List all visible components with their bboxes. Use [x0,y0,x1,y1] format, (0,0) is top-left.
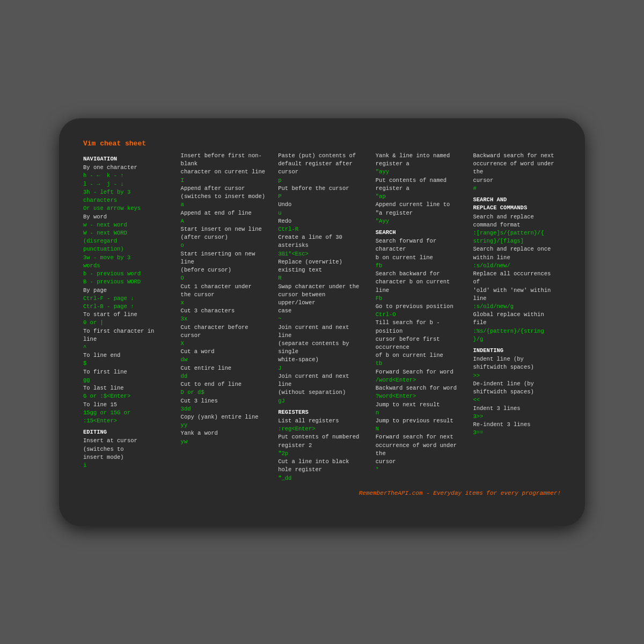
indent-out-desc: De-indent line (byshiftwidth spaces) [473,380,533,395]
edit-newline-before: Start inserting on new line(before curso… [181,251,255,273]
edit-header: EDITING [83,428,171,436]
nav-gg-cmd: gg [83,377,90,383]
nav-header: NAVIGATION [83,155,171,163]
edit-tilde-cmd: ~ [278,316,281,322]
edit-redo-desc: Redo [278,218,291,224]
edit-X-cmd: X [181,340,184,347]
indent-out-cmd: << [473,397,480,403]
reg-Ayy-cmd: "Ayy [376,218,389,224]
search-bwd-word-cmd: ?word<Enter> [376,393,416,399]
nav-start-of-line: To start of line [83,311,137,318]
edit-paste-desc: Paste (put) contents ofdefault register … [278,152,356,175]
edit-cut-eol-desc: Cut to end of line [181,381,241,387]
replace-once-desc: Search and replace oncewithin line [473,246,551,260]
content-grid: NAVIGATION By one character h - ← k - ↑l… [83,152,561,482]
reg-list-cmd: :reg<Enter> [278,426,315,432]
replace-global-cmd: :%s/{pattern}/{string}/g [473,328,544,342]
column-2: Insert before first non-blankcharacter o… [181,152,269,482]
search-n-cmd: n [376,409,379,416]
nav-line15: To line 15 [83,401,117,408]
mousepad: Vim cheat sheet NAVIGATION By one charac… [59,118,585,526]
edit-P-cmd: P [278,193,281,200]
replace-global-desc: Global replace within file [473,311,544,326]
search-fwd-next-desc: Forward search for nextoccurrence of wor… [376,434,457,465]
search-star-cmd: * [376,466,379,473]
replace-all-cmd: :s/old/new/g [473,303,514,310]
reindent-3-desc: Re-indent 3 lines [473,421,530,428]
edit-i-cmd: i [83,462,86,469]
search-Fb-cmd: Fb [376,295,383,302]
edit-yank-word-desc: Yank a word [181,430,218,436]
nav-page-cmds: Ctrl-F - page ↓Ctrl-B - page ↑ [83,295,134,310]
edit-yank-line-desc: Copy (yank) entire line [181,414,259,420]
search-fwd-word-cmd: /word<Enter> [376,377,416,383]
edit-insert-desc: Insert at cursor (switches toinsert mode… [83,437,137,460]
edit-put-before-desc: Put before the cursor [278,185,349,192]
nav-word-cmds: w - next wordW - next WORD(disregardpunc… [83,222,141,286]
search-prev-desc: Jump to previous result [376,418,453,424]
edit-append-desc: Append after cursor(switches to insert m… [181,185,266,200]
search-bwd-next-desc: Backward search for nextoccurrence of wo… [473,152,554,184]
edit-yy-cmd: yy [181,422,188,428]
indent-3-cmd: 3>> [473,413,483,420]
edit-gJ-cmd: gJ [278,398,285,404]
nav-dollar-cmd: $ [83,360,86,367]
search-till-desc: Till search for b - positioncursor befor… [376,319,443,358]
edit-o-cmd: o [181,242,184,248]
indent-3-desc: Indent 3 lines [473,405,520,412]
reg-put2-cmd: "2p [278,450,288,457]
reg-blackhole-desc: Cut a line into blackhole register [278,458,349,473]
column-1: NAVIGATION By one character h - ← k - ↑l… [83,152,171,482]
edit-cut-before-desc: Cut character before cursor [181,324,248,339]
search-next-desc: Jump to next result [376,401,440,408]
replace-all-desc: Replace all occurrences of'old' with 'ne… [473,270,551,302]
indent-in-desc: Indent line (byshiftwidth spaces) [473,356,533,370]
replace-format-cmd: :[range]s/{pattern}/{string}/[flags] [473,230,544,244]
indent-in-cmd: >> [473,372,480,379]
reg-ap-cmd: "ap [376,193,386,200]
search-ctrlo-cmd: Ctrl-O [376,311,396,318]
edit-I-cmd: I [181,177,184,184]
reindent-3-cmd: 3== [473,429,483,436]
edit-D-cmd: D or d$ [181,389,204,396]
edit-cut-line-desc: Cut entire line [181,365,232,371]
edit-undo-desc: Undo [278,201,291,208]
search-N-cmd: N [376,426,379,432]
footer-text: RememberTheAPI.com - Everyday items for … [83,490,561,496]
edit-x-cmd: x [181,299,184,306]
reg-list-desc: List all registers [278,418,339,424]
nav-by-word: By word [83,214,107,220]
search-fb-cmd: fb [376,262,383,269]
edit-cut1-desc: Cut 1 character underthe cursor [181,283,252,298]
replace-once-cmd: :s/old/new/ [473,262,510,269]
edit-cut-word-desc: Cut a word [181,348,215,355]
reg-put-named-desc: Put contents of namedregister a [376,177,447,192]
search-fwd-char-desc: Search forward for characterb on current… [376,238,436,260]
reg-ayy-cmd: "ayy [376,169,389,175]
edit-A-cmd: A [181,218,184,224]
nav-by-page: By page [83,287,107,294]
search-header: SEARCH [376,229,464,237]
edit-asterisks-desc: Create a line of 30 asterisks [278,234,342,248]
edit-a-cmd: a [181,201,184,208]
edit-swap-case-desc: Swap character under thecursor between u… [278,283,359,314]
nav-by-char: By one character [83,164,137,171]
nav-line-end: To line end [83,352,120,358]
replace-header: SEARCH ANDREPLACE COMMANDS [473,196,561,212]
edit-insert-nonblank: Insert before first non-blankcharacter o… [181,152,266,175]
search-hash-cmd: # [473,185,476,192]
reg-blackhole-cmd: "_dd [278,475,291,481]
edit-newline-after: Start insert on new line(after cursor) [181,226,262,240]
edit-dw-cmd: dw [181,356,188,363]
column-5: Backward search for nextoccurrence of wo… [473,152,561,482]
search-fwd-word-desc: Forward Search for word [376,369,453,375]
reg-put2-desc: Put contents of numberedregister 2 [278,434,359,448]
reg-yank-named-desc: Yank & line into namedregister a [376,152,450,167]
column-4: Yank & line into namedregister a "ayy Pu… [376,152,464,482]
edit-R-cmd: R [278,275,281,281]
reg-append-named-desc: Append current line to"a register [376,201,450,216]
nav-hjkl: h - ← k - ↑l - → j - ↓3h - left by 3char… [83,172,141,211]
edit-30i-cmd: 30i*<Esc> [278,251,309,257]
edit-cut3-desc: Cut 3 characters [181,308,235,314]
nav-first-char: To first character in line [83,328,154,342]
